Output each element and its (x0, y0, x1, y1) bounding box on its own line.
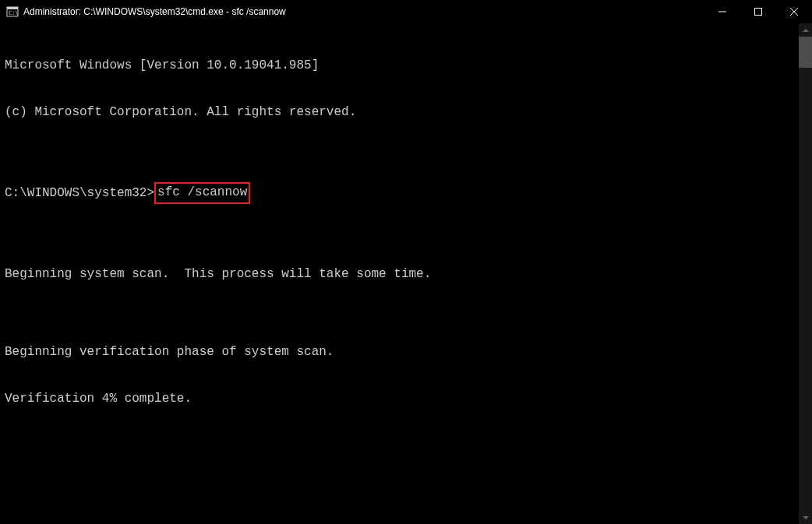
scroll-thumb[interactable] (799, 37, 812, 68)
titlebar[interactable]: C:\ Administrator: C:\WINDOWS\system32\c… (0, 0, 812, 23)
output-line: Beginning system scan. This process will… (5, 266, 794, 282)
window-title: Administrator: C:\WINDOWS\system32\cmd.e… (23, 6, 286, 17)
command-highlight: sfc /scannow (154, 182, 250, 204)
prompt-text: C:\WINDOWS\system32> (5, 185, 154, 201)
output-line: Beginning verification phase of system s… (5, 344, 794, 360)
terminal-content[interactable]: Microsoft Windows [Version 10.0.19041.98… (0, 23, 799, 524)
output-line: (c) Microsoft Corporation. All rights re… (5, 104, 794, 120)
maximize-button[interactable] (740, 0, 776, 23)
prompt-line: C:\WINDOWS\system32>sfc /scannow (5, 182, 794, 204)
close-button[interactable] (776, 0, 812, 23)
scrollbar[interactable] (799, 23, 812, 524)
titlebar-left: C:\ Administrator: C:\WINDOWS\system32\c… (6, 5, 286, 18)
scroll-track[interactable] (799, 37, 812, 511)
svg-rect-4 (755, 9, 762, 16)
command-text: sfc /scannow (157, 185, 247, 199)
svg-text:C:\: C:\ (9, 10, 19, 16)
svg-marker-7 (803, 29, 809, 32)
output-line: Microsoft Windows [Version 10.0.19041.98… (5, 58, 794, 73)
scroll-up-arrow[interactable] (799, 23, 812, 37)
cmd-icon: C:\ (6, 5, 19, 18)
svg-rect-1 (7, 7, 18, 9)
window-controls (704, 0, 812, 23)
svg-marker-8 (803, 516, 809, 519)
minimize-button[interactable] (704, 0, 740, 23)
terminal-area: Microsoft Windows [Version 10.0.19041.98… (0, 23, 812, 524)
output-line: Verification 4% complete. (5, 391, 794, 406)
scroll-down-arrow[interactable] (799, 511, 812, 524)
